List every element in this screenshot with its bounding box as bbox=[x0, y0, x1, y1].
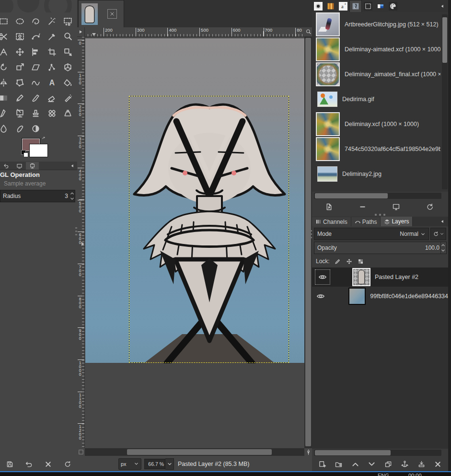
layer-mode-dropdown[interactable]: Mode Normal bbox=[314, 228, 429, 240]
device-status-tab[interactable] bbox=[13, 162, 26, 170]
horizontal-ruler[interactable]: 20030040050060070080 bbox=[85, 27, 304, 37]
bucket-fill-tool[interactable] bbox=[60, 75, 76, 90]
image-tab[interactable] bbox=[78, 0, 124, 27]
scissors-select-tool[interactable] bbox=[0, 29, 12, 44]
clone-tool[interactable] bbox=[28, 105, 44, 121]
swap-colors-icon[interactable] bbox=[41, 136, 48, 142]
dock-splitter-grip[interactable] bbox=[370, 214, 391, 216]
ellipse-select-tool[interactable] bbox=[12, 13, 28, 29]
unit-dropdown[interactable]: px bbox=[118, 458, 141, 470]
zoom-level-input[interactable]: 66.7 % bbox=[144, 459, 165, 469]
zoom-dropdown-button[interactable] bbox=[165, 458, 174, 470]
lock-position-button[interactable] bbox=[346, 258, 353, 265]
lock-alpha-button[interactable] bbox=[357, 258, 364, 265]
fuzzy-select-tool[interactable] bbox=[44, 13, 60, 29]
reset-tool-button[interactable] bbox=[63, 460, 71, 468]
duplicate-layer-button[interactable] bbox=[384, 460, 393, 468]
right-dock-menu-button[interactable] bbox=[439, 3, 445, 9]
mypaint-brush-tool[interactable] bbox=[12, 105, 28, 121]
perspective-clone-tool[interactable] bbox=[60, 105, 76, 121]
text-tool[interactable]: A bbox=[44, 75, 60, 90]
navigation-button[interactable] bbox=[304, 448, 312, 456]
delete-layer-button[interactable] bbox=[434, 460, 442, 468]
images-tab[interactable] bbox=[349, 0, 362, 12]
raise-displays-button[interactable] bbox=[312, 203, 346, 211]
eraser-tool[interactable] bbox=[44, 90, 60, 105]
zoom-tool[interactable] bbox=[60, 29, 76, 44]
radius-spinner[interactable]: Radius 3 bbox=[0, 190, 75, 202]
image-list-item[interactable]: 7454c50320af6c4cf5af198504e2e9b1 bbox=[312, 137, 440, 162]
selection-editor-tab[interactable] bbox=[362, 0, 374, 12]
rotate-tool[interactable] bbox=[0, 59, 12, 75]
raise-layer-button[interactable] bbox=[351, 460, 359, 468]
new-display-button[interactable] bbox=[379, 203, 413, 211]
airbrush-tool[interactable] bbox=[60, 90, 76, 105]
refresh-button[interactable] bbox=[413, 203, 446, 211]
image-list-item[interactable]: Deliminay.xcf (1000 × 1000) bbox=[312, 112, 440, 137]
dodge-burn-tool[interactable] bbox=[28, 121, 44, 136]
gradient-tool[interactable] bbox=[0, 90, 12, 105]
measure-tool[interactable] bbox=[0, 44, 12, 59]
vertical-ruler[interactable]: 0100200300400500600700800900100011001200 bbox=[77, 37, 85, 448]
taskbar-language[interactable]: ENG bbox=[378, 473, 389, 476]
background-color-swatch[interactable] bbox=[29, 144, 48, 157]
horizontal-scrollbar-thumb[interactable] bbox=[127, 449, 272, 455]
tab-paths[interactable]: Paths bbox=[351, 217, 381, 226]
close-tab-button[interactable] bbox=[107, 9, 117, 19]
layers-hscrollbar[interactable] bbox=[314, 450, 441, 456]
vertical-scrollbar-thumb[interactable] bbox=[305, 38, 311, 446]
3d-transform-tool[interactable] bbox=[60, 59, 76, 75]
merge-down-button[interactable] bbox=[417, 460, 426, 468]
new-group-button[interactable] bbox=[335, 460, 343, 468]
layer-visibility-toggle[interactable] bbox=[315, 289, 326, 303]
images-hscrollbar[interactable] bbox=[314, 193, 441, 199]
default-colors-icon[interactable] bbox=[21, 150, 28, 157]
image-list-item[interactable]: ArtbreederGlitchjpg.jpg (512 × 512) bbox=[312, 12, 440, 37]
scrollbar-thumb[interactable] bbox=[442, 17, 447, 63]
tab-layers[interactable]: Layers bbox=[381, 217, 413, 226]
warp-transform-tool[interactable] bbox=[28, 75, 44, 90]
left-dock-menu-button[interactable] bbox=[69, 163, 75, 169]
foreground-select-tool[interactable] bbox=[12, 29, 28, 44]
handle-transform-tool[interactable] bbox=[44, 59, 60, 75]
free-select-tool[interactable] bbox=[28, 13, 44, 29]
brushes-tab[interactable] bbox=[312, 0, 324, 12]
scrollbar-thumb[interactable] bbox=[315, 193, 388, 198]
patterns-tab[interactable] bbox=[324, 0, 337, 12]
mode-group-switch-button[interactable] bbox=[430, 228, 446, 240]
layer-visibility-toggle[interactable] bbox=[315, 269, 330, 285]
move-tool[interactable] bbox=[12, 44, 28, 59]
quick-mask-button[interactable] bbox=[77, 448, 85, 456]
pencil-tool[interactable] bbox=[12, 90, 28, 105]
opacity-slider[interactable]: Opacity 100.0 bbox=[314, 242, 447, 254]
flip-tool[interactable] bbox=[0, 75, 12, 90]
layers-menu-button[interactable] bbox=[439, 219, 445, 224]
horizontal-scrollbar[interactable] bbox=[85, 448, 304, 456]
scrollbar-thumb[interactable] bbox=[315, 450, 391, 455]
fonts-tab[interactable]: a+ bbox=[337, 0, 349, 12]
canvas-image[interactable] bbox=[85, 38, 304, 363]
paths-tool[interactable] bbox=[28, 29, 44, 44]
taskbar-clock[interactable]: 00:00 bbox=[408, 473, 422, 476]
restore-preset-button[interactable] bbox=[25, 460, 33, 468]
tool-options-tab[interactable] bbox=[26, 162, 39, 170]
smudge-tool[interactable] bbox=[12, 121, 28, 136]
rectangle-select-tool[interactable] bbox=[0, 13, 12, 29]
cage-transform-tool[interactable] bbox=[12, 75, 28, 90]
tab-channels[interactable]: Channels bbox=[312, 217, 351, 226]
blur-sharpen-tool[interactable] bbox=[0, 121, 12, 136]
crop-tool[interactable] bbox=[44, 44, 60, 59]
save-preset-button[interactable] bbox=[6, 460, 14, 468]
lower-layer-button[interactable] bbox=[368, 460, 376, 468]
canvas-viewport[interactable] bbox=[85, 37, 304, 448]
vertical-scrollbar[interactable] bbox=[304, 37, 312, 448]
sample-average-option[interactable]: Sample average bbox=[0, 179, 77, 189]
align-tool[interactable] bbox=[28, 44, 44, 59]
layer-row[interactable]: Pasted Layer #2 bbox=[312, 267, 448, 287]
lock-paint-button[interactable] bbox=[334, 258, 341, 265]
gradients-tab[interactable] bbox=[374, 0, 387, 12]
unified-transform-tool[interactable] bbox=[60, 44, 76, 59]
undo-history-tab[interactable] bbox=[0, 162, 13, 170]
shear-tool[interactable] bbox=[28, 59, 44, 75]
ruler-corner-menu-button[interactable] bbox=[77, 27, 85, 37]
